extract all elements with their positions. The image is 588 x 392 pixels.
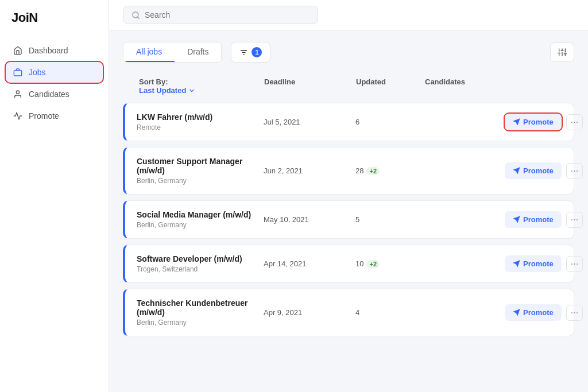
main-content: All jobs Drafts 1: [109, 0, 588, 392]
updated-column-header: Updated: [356, 77, 425, 95]
job-updated: 4: [355, 308, 424, 317]
jobs-icon: [13, 67, 23, 77]
sidebar-item-dashboard[interactable]: Dashboard: [6, 40, 103, 61]
job-actions: Promote ···: [505, 162, 562, 179]
job-info: LKW Fahrer (m/w/d) Remote: [137, 112, 264, 131]
promote-button[interactable]: Promote: [505, 304, 562, 321]
search-box[interactable]: [123, 6, 318, 24]
job-deadline: Apr 14, 2021: [264, 259, 355, 268]
candidates-icon: [13, 89, 23, 99]
job-updated: 10 +2: [355, 259, 424, 268]
megaphone-icon: [513, 118, 520, 126]
home-icon: [13, 45, 23, 56]
sidebar-item-jobs[interactable]: Jobs: [6, 62, 103, 83]
job-actions: Promote ···: [505, 304, 562, 321]
promote-button[interactable]: Promote: [505, 255, 562, 272]
job-actions: Promote ···: [505, 114, 562, 130]
job-deadline: Apr 9, 2021: [264, 308, 355, 317]
deadline-column-header: Deadline: [264, 77, 356, 95]
more-options-button[interactable]: ···: [566, 163, 583, 179]
job-title: Software Developer (m/w/d): [137, 254, 264, 263]
more-options-button[interactable]: ···: [566, 305, 583, 321]
job-card: Software Developer (m/w/d) Trogen, Switz…: [123, 244, 574, 283]
megaphone-icon: [513, 260, 520, 267]
sidebar-nav: Dashboard Jobs Candidates: [0, 37, 109, 130]
tabs-row: All jobs Drafts 1: [123, 42, 574, 63]
filter-icon: [239, 48, 248, 57]
search-input[interactable]: [145, 10, 310, 20]
job-actions: Promote ···: [505, 255, 562, 272]
more-options-button[interactable]: ···: [566, 256, 583, 272]
job-deadline: May 10, 2021: [264, 215, 355, 224]
megaphone-icon: [513, 216, 520, 223]
job-location: Remote: [137, 123, 264, 131]
sidebar-item-label: Promote: [29, 111, 59, 121]
job-location: Berlin, Germany: [137, 177, 264, 185]
tab-drafts[interactable]: Drafts: [175, 42, 221, 62]
sliders-icon: [558, 48, 567, 57]
column-settings-button[interactable]: [550, 42, 574, 62]
job-location: Berlin, Germany: [137, 221, 264, 229]
job-card: Social Media Manager (m/w/d) Berlin, Ger…: [123, 200, 574, 239]
svg-rect-0: [14, 71, 21, 76]
promote-button[interactable]: Promote: [505, 162, 562, 179]
search-icon: [131, 11, 140, 20]
table-header: Sort By: Last Updated Deadline Updated C…: [123, 73, 574, 99]
candidates-column-header: Candidates: [425, 77, 505, 95]
job-title: Technischer Kundenbetreuer (m/w/d): [137, 298, 264, 317]
job-updated: 5: [355, 215, 424, 224]
job-title: Social Media Manager (m/w/d): [137, 210, 264, 219]
promote-button[interactable]: Promote: [505, 114, 562, 130]
megaphone-icon: [513, 167, 520, 174]
app-logo: JoiN: [0, 0, 109, 37]
svg-line-3: [137, 17, 139, 18]
sidebar-item-candidates[interactable]: Candidates: [6, 84, 103, 104]
sidebar-item-label: Candidates: [29, 90, 69, 99]
job-deadline: Jul 5, 2021: [264, 118, 355, 126]
sidebar-item-label: Dashboard: [29, 46, 68, 55]
jobs-content: All jobs Drafts 1: [109, 30, 588, 392]
job-updated: 28 +2: [355, 166, 424, 175]
job-info: Software Developer (m/w/d) Trogen, Switz…: [137, 254, 264, 273]
candidates-badge: +2: [366, 260, 380, 268]
topbar: [109, 0, 588, 30]
job-info: Social Media Manager (m/w/d) Berlin, Ger…: [137, 210, 264, 229]
sidebar: JoiN Dashboard Jobs: [0, 0, 109, 392]
job-deadline: Jun 2, 2021: [264, 166, 355, 175]
more-options-button[interactable]: ···: [566, 212, 583, 228]
job-actions: Promote ···: [505, 211, 562, 228]
job-location: Trogen, Switzerland: [137, 265, 264, 273]
tabs-group: All jobs Drafts: [123, 42, 222, 63]
candidates-badge: +2: [366, 167, 380, 175]
more-options-button[interactable]: ···: [566, 114, 583, 130]
job-title: LKW Fahrer (m/w/d): [137, 112, 264, 122]
job-location: Berlin, Germany: [137, 319, 264, 327]
megaphone-icon: [513, 309, 520, 316]
svg-point-1: [16, 91, 19, 94]
sort-by-label: Sort By:: [139, 77, 168, 86]
job-card: Customer Support Manager (m/w/d) Berlin,…: [123, 147, 574, 195]
job-title: Customer Support Manager (m/w/d): [137, 157, 264, 175]
job-info: Customer Support Manager (m/w/d) Berlin,…: [137, 157, 264, 185]
promote-icon: [13, 111, 23, 121]
sidebar-item-label: Jobs: [29, 68, 46, 77]
job-updated: 6: [355, 118, 424, 126]
filter-button[interactable]: 1: [231, 42, 270, 63]
jobs-list: LKW Fahrer (m/w/d) Remote Jul 5, 2021 6 …: [123, 103, 574, 336]
sort-value[interactable]: Last Updated: [139, 86, 264, 95]
promote-button[interactable]: Promote: [505, 211, 562, 228]
job-info: Technischer Kundenbetreuer (m/w/d) Berli…: [137, 298, 264, 327]
sidebar-item-promote[interactable]: Promote: [6, 106, 103, 126]
chevron-down-icon: [188, 87, 195, 94]
tab-all-jobs[interactable]: All jobs: [123, 42, 175, 62]
filter-count: 1: [252, 47, 262, 57]
job-card: Technischer Kundenbetreuer (m/w/d) Berli…: [123, 289, 574, 336]
job-card: LKW Fahrer (m/w/d) Remote Jul 5, 2021 6 …: [123, 103, 574, 141]
